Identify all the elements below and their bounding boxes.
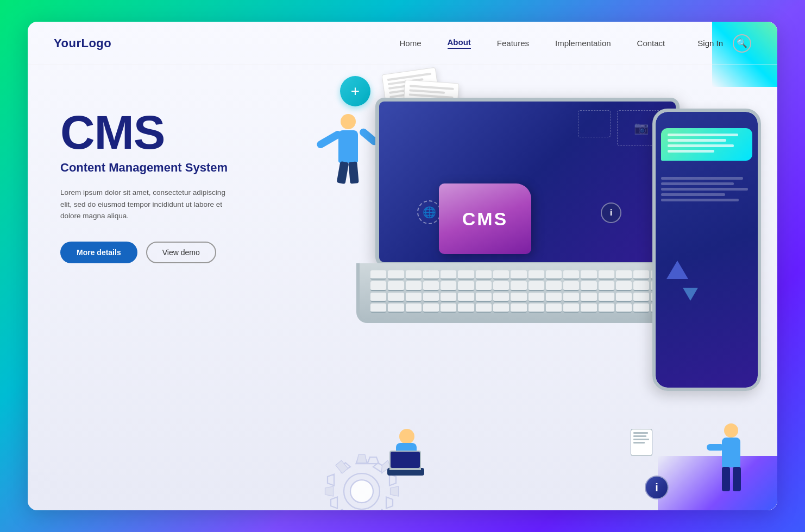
nav-item-contact[interactable]: Contact: [637, 39, 665, 48]
keyboard-key: [406, 270, 422, 280]
keyboard-key: [406, 293, 422, 302]
view-demo-button[interactable]: View demo: [146, 242, 216, 263]
keyboard-key: [493, 270, 509, 280]
keyboard-key: [388, 303, 404, 313]
person-3-body: [722, 438, 740, 467]
screen-deco-box: [578, 110, 611, 137]
keyboard-key: [441, 303, 456, 313]
keyboard-key: [406, 281, 422, 290]
keyboard-key: [493, 281, 509, 290]
keyboard-key: [511, 281, 526, 290]
hero-illustration: + 📷 🌐 CMS: [256, 65, 777, 510]
phone-screen: [656, 112, 758, 388]
keyboard-key: [616, 293, 632, 302]
keyboard-key: [370, 303, 386, 313]
keyboard-key: [476, 281, 492, 290]
keyboard-key: [441, 270, 456, 280]
laptop-keyboard: [356, 263, 699, 323]
signin-button[interactable]: Sign In: [697, 39, 723, 48]
nav-item-features[interactable]: Features: [497, 39, 529, 48]
doc-icon-line: [633, 439, 649, 440]
doc-line: [409, 89, 445, 94]
laptop-screen: 📷 🌐 CMS i: [375, 98, 680, 266]
keyboard-key: [633, 293, 649, 302]
doc-icon-line: [633, 442, 645, 444]
chat-line: [668, 134, 738, 136]
hero-description: Lorem ipsum dolor sit amet, consectetur …: [60, 187, 234, 222]
keyboard-key: [458, 270, 474, 280]
phone-text-line: [661, 193, 725, 196]
navbar: YourLogo Home About Features Implementat…: [28, 22, 777, 65]
keyboard-key: [370, 293, 386, 302]
keyboard-key: [529, 293, 544, 302]
keyboard-key: [546, 270, 562, 280]
person-2-laptop-screen: [391, 452, 420, 468]
phone-text-line: [661, 182, 734, 185]
person-2: [381, 429, 435, 494]
info-bubble: i: [645, 476, 669, 499]
plus-icon: +: [340, 76, 370, 106]
main-card: YourLogo Home About Features Implementat…: [28, 22, 777, 510]
chat-line: [668, 144, 734, 147]
globe-icon: 🌐: [417, 200, 441, 224]
person-1: [326, 114, 375, 206]
keyboard-key: [388, 293, 404, 302]
nav-item-home[interactable]: Home: [399, 39, 421, 48]
keyboard-key: [529, 281, 544, 290]
keyboard-key: [581, 293, 596, 302]
nav-item-about[interactable]: About: [448, 37, 471, 49]
keyboard-key: [581, 270, 596, 280]
keyboard-key: [546, 281, 562, 290]
person-1-leg-left: [337, 161, 349, 184]
keyboard-key: [563, 281, 579, 290]
doc-icon-line: [633, 432, 648, 434]
cms-folder-label: CMS: [439, 183, 531, 254]
keyboard-key: [370, 270, 386, 280]
nav-links: Home About Features Implementation Conta…: [399, 37, 665, 49]
keyboard-key: [388, 270, 404, 280]
keyboard-key: [511, 293, 526, 302]
keyboard-key: [581, 303, 596, 313]
keyboard-key: [546, 303, 562, 313]
keyboard-key: [546, 293, 562, 302]
person-3-arm: [707, 444, 724, 451]
logo: YourLogo: [54, 36, 111, 50]
keyboard-key: [458, 303, 474, 313]
keyboard-key: [616, 303, 632, 313]
keyboard-key: [423, 281, 439, 290]
keyboard-key: [493, 303, 509, 313]
keyboard-key: [441, 281, 456, 290]
hero-title: CMS: [60, 109, 256, 156]
keyboard-key: [476, 303, 492, 313]
keyboard-key: [616, 281, 632, 290]
chat-line: [668, 150, 714, 153]
phone-text-line: [661, 188, 748, 191]
nav-actions: Sign In 🔍: [697, 34, 751, 53]
keyboard-key: [529, 303, 544, 313]
keyboard-key: [563, 293, 579, 302]
search-button[interactable]: 🔍: [733, 34, 751, 53]
keyboard-key: [599, 303, 614, 313]
keyboard-key: [599, 293, 614, 302]
keyboard-key: [406, 303, 422, 313]
keyboard-key: [581, 281, 596, 290]
phone-triangle-1: [666, 261, 688, 279]
phone-text-line: [661, 177, 743, 180]
person-3-head: [724, 423, 738, 438]
info-icon-screen: i: [601, 202, 621, 223]
phone-text-line: [661, 199, 739, 201]
keyboard-key: [493, 293, 509, 302]
chat-bubble: [661, 128, 752, 161]
keyboard-key: [563, 303, 579, 313]
more-details-button[interactable]: More details: [60, 242, 137, 263]
keyboard-key: [458, 281, 474, 290]
keyboard-key: [441, 293, 456, 302]
keyboard-key: [458, 293, 474, 302]
keyboard-key: [599, 270, 614, 280]
person-3-leg-left: [722, 467, 730, 491]
search-icon: 🔍: [737, 38, 747, 48]
person-3-leg-right: [733, 467, 741, 491]
chat-line: [668, 139, 726, 142]
keyboard-key: [511, 303, 526, 313]
nav-item-implementation[interactable]: Implementation: [555, 39, 611, 48]
